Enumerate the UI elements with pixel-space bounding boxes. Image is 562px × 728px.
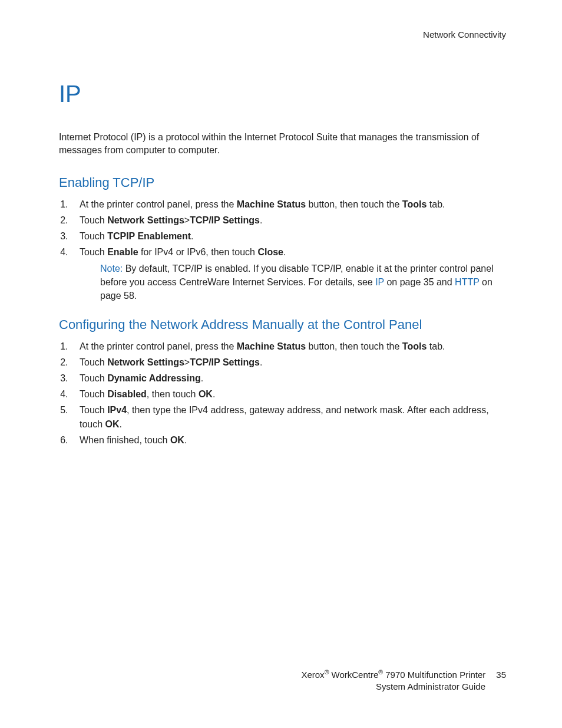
step-item: Touch IPv4, then type the IPv4 address, … [71, 403, 506, 431]
steps-enabling-tcpip: At the printer control panel, press the … [59, 197, 506, 303]
page-number: 35 [496, 669, 506, 681]
heading-configuring-network: Configuring the Network Address Manually… [59, 317, 506, 332]
step-item: At the printer control panel, press the … [71, 197, 506, 212]
footer-line1: Xerox® WorkCentre® 7970 Multifunction Pr… [59, 668, 506, 681]
step-item: Touch TCPIP Enablement. [71, 229, 506, 243]
step-item: Touch Dynamic Addressing. [71, 371, 506, 386]
page-container: Network Connectivity IP Internet Protoco… [0, 0, 562, 728]
note-block: Note: By default, TCP/IP is enabled. If … [100, 262, 506, 303]
step-item: When finished, touch OK. [71, 433, 506, 447]
step-item: Touch Enable for IPv4 or IPv6, then touc… [71, 245, 506, 303]
note-label: Note: [100, 263, 123, 274]
intro-paragraph: Internet Protocol (IP) is a protocol wit… [59, 131, 506, 157]
step-item: Touch Network Settings>TCP/IP Settings. [71, 213, 506, 228]
running-header: Network Connectivity [59, 29, 506, 39]
heading-enabling-tcpip: Enabling TCP/IP [59, 175, 506, 190]
steps-configuring-network: At the printer control panel, press the … [59, 340, 506, 447]
footer-line2: System Administrator Guide [59, 681, 506, 693]
link-ip[interactable]: IP [375, 277, 384, 287]
page-footer: Xerox® WorkCentre® 7970 Multifunction Pr… [59, 668, 506, 693]
step-item: At the printer control panel, press the … [71, 340, 506, 354]
step-item: Touch Network Settings>TCP/IP Settings. [71, 355, 506, 370]
step-item: Touch Disabled, then touch OK. [71, 387, 506, 401]
link-http[interactable]: HTTP [455, 277, 479, 287]
page-title: IP [59, 81, 506, 107]
